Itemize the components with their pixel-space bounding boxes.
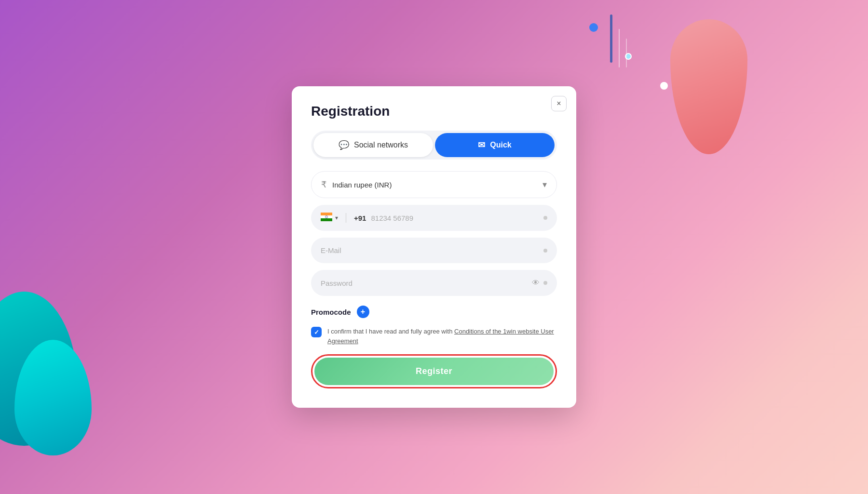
phone-input-field[interactable]: ▾ +91 81234 56789 (311, 205, 557, 231)
password-input-field[interactable]: Password 👁 (311, 270, 557, 296)
bg-vert-line3 (626, 39, 627, 67)
phone-prefix: +91 (354, 214, 366, 222)
promocode-label: Promocode (311, 308, 351, 316)
phone-placeholder: 81234 56789 (371, 214, 539, 222)
add-promocode-button[interactable]: + (357, 306, 369, 318)
rupee-icon: ₹ (321, 179, 326, 190)
password-required-dot (543, 281, 547, 285)
tab-quick[interactable]: ✉ Quick (435, 133, 555, 157)
password-placeholder: Password (321, 279, 353, 287)
register-button[interactable]: Register (314, 358, 554, 385)
tabs-container: 💬 Social networks ✉ Quick (311, 131, 557, 160)
eye-icon[interactable]: 👁 (532, 279, 540, 287)
agreement-text: I confirm that I have read and fully agr… (327, 327, 557, 346)
india-flag-icon (321, 212, 332, 224)
svg-point-4 (326, 217, 327, 217)
tab-quick-label: Quick (490, 141, 511, 149)
agreement-checkbox[interactable]: ✓ (311, 327, 322, 337)
flag-chevron-icon: ▾ (335, 214, 338, 221)
agreement-row: ✓ I confirm that I have read and fully a… (311, 327, 557, 346)
email-placeholder: E-Mail (321, 246, 341, 254)
social-networks-icon: 💬 (339, 140, 349, 150)
currency-dropdown[interactable]: ₹ Indian rupee (INR) ▾ (311, 171, 557, 198)
bg-dot-blue (589, 23, 598, 32)
register-button-wrapper: Register (311, 354, 557, 388)
agreement-text-before: I confirm that I have read and fully agr… (327, 328, 454, 335)
tab-social-networks[interactable]: 💬 Social networks (313, 133, 433, 157)
promocode-row: Promocode + (311, 306, 557, 318)
email-input-field[interactable]: E-Mail (311, 238, 557, 263)
close-button[interactable]: × (551, 96, 567, 111)
email-required-dot (543, 249, 547, 253)
bg-vert-line (610, 14, 612, 63)
registration-modal: Registration × 💬 Social networks ✉ Quick… (292, 86, 576, 408)
bg-decoration-salmon (670, 19, 747, 154)
checkmark-icon: ✓ (314, 329, 319, 336)
phone-divider (346, 213, 346, 223)
currency-left: ₹ Indian rupee (INR) (321, 179, 392, 190)
phone-required-dot (543, 216, 547, 220)
svg-rect-0 (321, 213, 332, 215)
chevron-down-icon: ▾ (542, 179, 547, 190)
password-icons: 👁 (532, 279, 547, 287)
india-flag-svg (321, 213, 332, 221)
bg-vert-line2 (619, 29, 620, 67)
bg-dot-white (660, 82, 668, 90)
currency-value: Indian rupee (INR) (332, 181, 392, 189)
tab-social-label: Social networks (354, 141, 408, 149)
svg-rect-2 (321, 218, 332, 221)
modal-title: Registration (311, 104, 557, 119)
quick-icon: ✉ (478, 140, 485, 150)
country-selector[interactable]: ▾ (321, 212, 338, 224)
